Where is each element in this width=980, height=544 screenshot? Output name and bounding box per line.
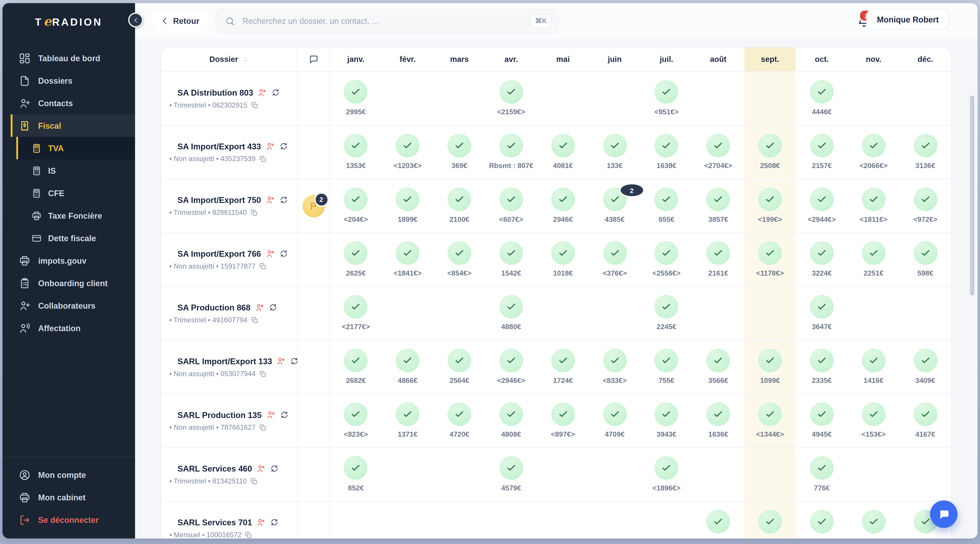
- status-check-circle[interactable]: [654, 402, 678, 426]
- dossier-cell[interactable]: SA Distribution 803• Trimestriel • 06230…: [161, 72, 298, 125]
- sidebar-item-onboarding-client[interactable]: Onboarding client: [3, 272, 135, 294]
- status-check-circle[interactable]: [396, 241, 420, 265]
- status-check-circle[interactable]: [913, 349, 937, 372]
- status-check-circle[interactable]: [499, 187, 523, 211]
- dossier-cell[interactable]: SA Import/Export 433• Non assujetti • 43…: [161, 125, 298, 179]
- refresh-icon[interactable]: [272, 88, 280, 97]
- sidebar-item-contacts[interactable]: Contacts: [3, 92, 135, 114]
- status-check-circle[interactable]: [344, 80, 368, 104]
- status-check-circle[interactable]: [862, 349, 886, 372]
- status-check-circle[interactable]: [551, 241, 575, 265]
- dossier-cell[interactable]: SARL Services 701• Mensuel • 100016572: [161, 502, 298, 539]
- refresh-icon[interactable]: [279, 249, 288, 258]
- sidebar-item-dossiers[interactable]: Dossiers: [3, 69, 135, 92]
- status-check-circle[interactable]: [447, 241, 471, 265]
- status-check-circle[interactable]: [551, 134, 575, 157]
- status-check-circle[interactable]: [447, 187, 471, 211]
- sidebar-item-tva[interactable]: TVA: [16, 137, 135, 159]
- status-check-circle[interactable]: [913, 241, 937, 265]
- copy-icon[interactable]: [250, 316, 259, 324]
- person-x-icon[interactable]: [266, 141, 275, 151]
- dossier-cell[interactable]: SA Import/Export 750• Trimestriel • 8286…: [161, 179, 298, 232]
- status-check-circle[interactable]: [810, 456, 834, 480]
- status-check-circle[interactable]: [654, 134, 678, 157]
- refresh-icon[interactable]: [279, 142, 288, 151]
- person-x-icon[interactable]: [256, 518, 266, 527]
- status-check-circle[interactable]: [758, 187, 782, 211]
- status-check-circle[interactable]: [344, 241, 368, 265]
- status-check-circle[interactable]: [862, 510, 886, 534]
- status-check-circle[interactable]: [706, 349, 730, 372]
- sidebar-item-tableau-de-bord[interactable]: Tableau de bord: [3, 47, 135, 69]
- person-x-icon[interactable]: [266, 410, 275, 420]
- sidebar-item-mon-cabinet[interactable]: Mon cabinet: [3, 486, 135, 508]
- status-check-circle[interactable]: [654, 456, 678, 480]
- search-bar[interactable]: ⌘K: [216, 9, 558, 33]
- sidebar-collapse-button[interactable]: [128, 13, 143, 28]
- status-check-circle[interactable]: [810, 241, 834, 265]
- status-check-circle[interactable]: [654, 241, 678, 265]
- status-check-circle[interactable]: [603, 402, 627, 426]
- status-check-circle[interactable]: [654, 349, 678, 372]
- status-check-circle[interactable]: [706, 241, 730, 265]
- vertical-scrollbar[interactable]: [970, 96, 974, 296]
- status-check-circle[interactable]: [447, 402, 471, 426]
- status-check-circle[interactable]: [758, 402, 782, 426]
- person-x-icon[interactable]: [256, 464, 266, 473]
- status-check-circle[interactable]: [396, 349, 420, 372]
- chat-widget-button[interactable]: [930, 500, 958, 528]
- dossier-cell[interactable]: SA Production 868• Trimestriel • 4916077…: [161, 287, 298, 340]
- copy-icon[interactable]: [259, 155, 267, 163]
- status-check-circle[interactable]: [654, 187, 678, 211]
- refresh-icon[interactable]: [279, 195, 288, 204]
- status-check-circle[interactable]: [499, 80, 523, 104]
- status-check-circle[interactable]: [447, 134, 471, 157]
- status-check-circle[interactable]: [499, 456, 523, 480]
- status-check-circle[interactable]: [862, 241, 886, 265]
- status-check-circle[interactable]: [603, 134, 627, 157]
- status-check-circle[interactable]: [344, 187, 368, 211]
- status-check-circle[interactable]: [913, 187, 937, 211]
- status-check-circle[interactable]: [499, 402, 523, 426]
- copy-icon[interactable]: [259, 423, 267, 431]
- sidebar-item-fiscal[interactable]: Fiscal: [11, 114, 135, 137]
- status-check-circle[interactable]: [810, 80, 834, 104]
- sidebar-item-collaborateurs[interactable]: Collaborateurs: [3, 294, 135, 317]
- status-check-circle[interactable]: [344, 134, 368, 157]
- column-header-dossier[interactable]: Dossier: [161, 48, 298, 71]
- copy-icon[interactable]: [259, 370, 267, 377]
- copy-icon[interactable]: [250, 101, 259, 109]
- status-check-circle[interactable]: [499, 349, 523, 372]
- status-check-circle[interactable]: [758, 349, 782, 372]
- sidebar-item-mon-compte[interactable]: Mon compte: [3, 463, 135, 486]
- status-check-circle[interactable]: [913, 402, 937, 426]
- comment-bubble-button[interactable]: 2: [302, 195, 325, 217]
- status-check-circle[interactable]: [447, 349, 471, 372]
- sidebar-item-cfe[interactable]: CFE: [3, 182, 135, 204]
- copy-icon[interactable]: [250, 208, 258, 216]
- search-input[interactable]: [241, 16, 524, 26]
- status-check-circle[interactable]: [551, 402, 575, 426]
- dossier-cell[interactable]: SA Import/Export 766• Non assujetti • 15…: [161, 233, 298, 286]
- status-check-circle[interactable]: [551, 349, 575, 372]
- refresh-icon[interactable]: [270, 518, 279, 527]
- person-x-icon[interactable]: [277, 356, 286, 366]
- dossier-cell[interactable]: SARL Production 135• Non assujetti • 787…: [161, 394, 298, 447]
- status-check-circle[interactable]: [862, 134, 886, 157]
- refresh-icon[interactable]: [269, 303, 277, 312]
- person-x-icon[interactable]: [255, 303, 264, 312]
- status-check-circle[interactable]: [344, 456, 368, 480]
- sidebar-item-se-deconnecter[interactable]: Se déconnecter: [3, 508, 135, 531]
- status-check-circle[interactable]: [810, 349, 834, 372]
- status-check-circle[interactable]: [706, 510, 730, 534]
- sidebar-item-taxe-fonciere[interactable]: Taxe Foncière: [3, 204, 135, 227]
- status-check-circle[interactable]: [758, 134, 782, 157]
- status-check-circle[interactable]: [810, 402, 834, 426]
- status-check-circle[interactable]: [654, 80, 678, 104]
- status-check-circle[interactable]: [810, 187, 834, 211]
- status-check-circle[interactable]: [706, 187, 730, 211]
- sidebar-item-impots-gouv[interactable]: impots.gouv: [3, 249, 135, 272]
- status-check-circle[interactable]: [706, 402, 730, 426]
- status-check-circle[interactable]: [862, 187, 886, 211]
- status-check-circle[interactable]: [499, 134, 523, 157]
